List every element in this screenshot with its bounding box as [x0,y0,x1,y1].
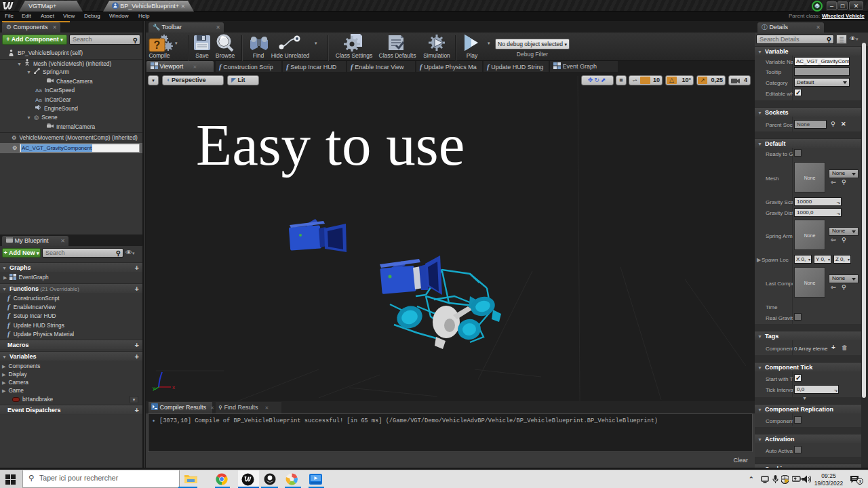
svg-text:?: ? [154,39,161,51]
svg-text:x: x [172,384,175,390]
svg-text:y: y [153,385,155,391]
